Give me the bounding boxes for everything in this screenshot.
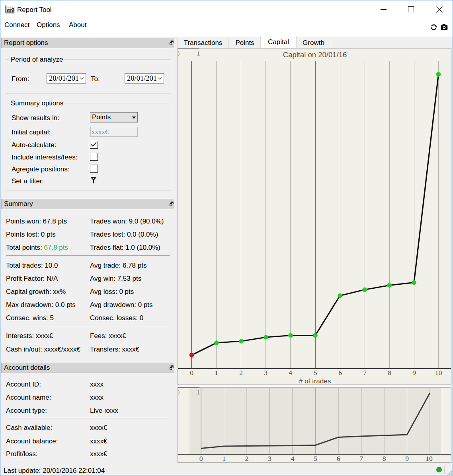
svg-text:9: 9: [412, 369, 416, 377]
svg-text:8: 8: [388, 369, 391, 377]
svg-text:2: 2: [239, 369, 243, 377]
svg-text:0: 0: [190, 369, 193, 377]
svg-text:1: 1: [222, 455, 226, 462]
svg-text:2: 2: [245, 455, 249, 462]
svg-text:8: 8: [383, 455, 386, 462]
svg-text:6: 6: [338, 369, 342, 377]
svg-text:6: 6: [337, 455, 340, 462]
svg-text:0: 0: [178, 389, 180, 396]
svg-text:Capital on 20/01/16: Capital on 20/01/16: [283, 51, 347, 59]
svg-text:0: 0: [178, 50, 180, 57]
svg-text:10: 10: [426, 455, 433, 462]
svg-text:3: 3: [268, 455, 271, 462]
svg-text:1: 1: [215, 369, 218, 377]
svg-text:7: 7: [359, 455, 363, 462]
svg-text:4: 4: [291, 455, 295, 462]
svg-text:5: 5: [314, 369, 317, 377]
svg-text:1: 1: [197, 50, 200, 57]
svg-text:9: 9: [405, 455, 409, 462]
svg-text:0: 0: [199, 455, 203, 462]
svg-text:7: 7: [363, 369, 367, 377]
svg-text:5: 5: [314, 455, 317, 462]
svg-text:10: 10: [435, 369, 442, 377]
svg-text:3: 3: [264, 369, 268, 377]
svg-text:4: 4: [289, 369, 292, 377]
svg-text:1: 1: [197, 389, 200, 396]
svg-text:# of trades: # of trades: [299, 377, 331, 385]
